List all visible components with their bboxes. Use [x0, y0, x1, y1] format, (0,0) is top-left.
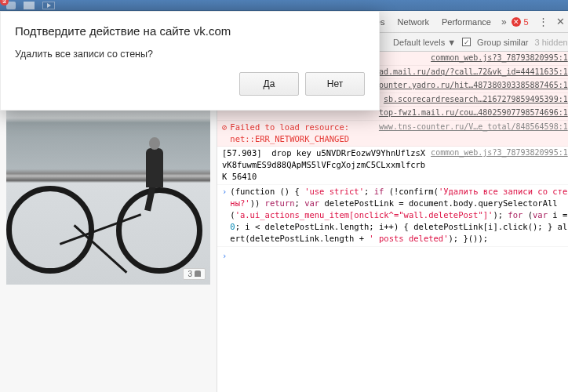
- log-message: Failed to load resource: net::ERR_NETWOR…: [230, 122, 374, 145]
- input-chevron-icon: ›: [222, 186, 227, 245]
- log-code: (function () { 'use strict'; if (!confir…: [230, 186, 567, 245]
- hidden-count: 3 hidden: [535, 38, 568, 47]
- tab-performance[interactable]: Performance: [436, 13, 497, 31]
- error-count: 5: [524, 17, 529, 27]
- devtools-close-icon[interactable]: ✕: [553, 16, 568, 27]
- dialog-body: Удалить все записи со стены?: [1, 45, 379, 72]
- levels-dropdown[interactable]: Default levels ▼: [393, 38, 456, 47]
- console-prompt[interactable]: ›: [217, 247, 568, 265]
- photo-tag-badge[interactable]: 3: [183, 268, 206, 280]
- play-icon[interactable]: [42, 2, 55, 9]
- log-source-link[interactable]: sb.scorecardresearch…216727985949539​9:1: [384, 94, 568, 106]
- log-source-link[interactable]: top-fwz1.mail.ru/cou…48025907798574696:1: [379, 107, 568, 119]
- dialog-no-button[interactable]: Нет: [305, 72, 365, 96]
- devtools-menu-icon[interactable]: ⋮: [535, 16, 552, 27]
- group-similar-label: Group similar: [477, 38, 528, 47]
- log-source-link[interactable]: ad.mail.ru/adq/?call…72&vk_id=44411635:1: [379, 67, 568, 78]
- error-icon: ⊘: [222, 122, 227, 145]
- tabs-more[interactable]: »: [498, 16, 510, 27]
- person-icon: [195, 270, 201, 277]
- error-badge-icon[interactable]: ✕: [512, 17, 521, 27]
- group-similar-checkbox[interactable]: ✓: [462, 38, 471, 46]
- dialog-title: Подтвердите действие на сайте vk.com: [1, 12, 379, 45]
- log-message: [57.903] drop key u5NVDRrEozwV9YhnUflzsX…: [222, 147, 426, 183]
- log-source-link[interactable]: www.tns-counter.ru/V…e_total/848564598:1: [379, 122, 568, 145]
- confirm-dialog: Подтвердите действие на сайте vk.com Уда…: [0, 11, 380, 111]
- log-source-link[interactable]: common_web.js?3_78793820995:1: [431, 53, 568, 64]
- music-icon[interactable]: [24, 2, 35, 9]
- notifications-icon[interactable]: [6, 2, 16, 9]
- vk-header: [0, 0, 568, 11]
- tab-network[interactable]: Network: [392, 13, 435, 31]
- log-source-link[interactable]: common_web.js?3_78793820995:1: [431, 147, 568, 183]
- log-source-link[interactable]: counter.yadro.ru/hit…487380303385887465:…: [374, 80, 568, 92]
- tag-count: 3: [188, 270, 192, 278]
- dialog-yes-button[interactable]: Да: [239, 72, 299, 96]
